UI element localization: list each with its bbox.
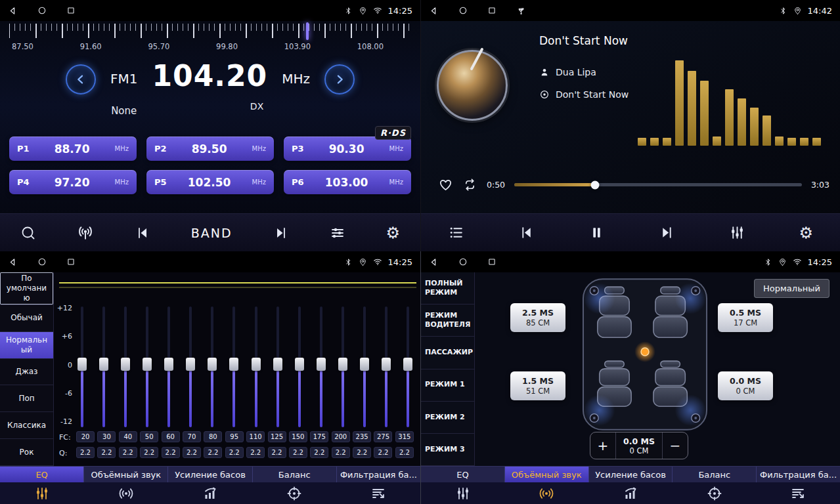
broadcast-button[interactable] [77, 224, 94, 242]
radio-preset-p5[interactable]: P5 102.50 MHz [146, 170, 274, 194]
eq-band-slider[interactable] [315, 306, 327, 427]
eq-band-slider[interactable] [250, 306, 262, 427]
frequency-ruler[interactable] [9, 24, 411, 39]
eq-slider-handle[interactable] [143, 358, 152, 371]
nav-back-button[interactable] [429, 6, 439, 16]
eq-slider-handle[interactable] [164, 358, 173, 371]
tab-surround-sound[interactable]: Объёмный звук [505, 467, 589, 482]
eq-sl ider-handle[interactable] [382, 358, 391, 371]
delay-front-left[interactable]: 2.5 MS 85 CM [510, 303, 565, 332]
eq-settings-button[interactable] [330, 225, 345, 241]
eq-slider-handle[interactable] [295, 358, 304, 371]
tab-surround-sound[interactable]: Объёмный звук [84, 467, 168, 482]
seek-slider[interactable] [514, 183, 802, 186]
radio-preset-p6[interactable]: P6 103.00 MHz [284, 170, 411, 194]
next-track-button[interactable] [659, 224, 675, 241]
radio-preset-p3[interactable]: P3 90.30 MHz [284, 136, 411, 161]
delay-increase-button[interactable]: + [590, 432, 615, 459]
tab-eq[interactable]: EQ [421, 467, 505, 482]
tab-balance[interactable]: Баланс [673, 467, 757, 482]
surround-sound-icon[interactable] [84, 482, 168, 504]
settings-button[interactable]: ⚙ [799, 225, 813, 241]
nav-home-button[interactable] [37, 257, 47, 266]
eq-slider-handle[interactable] [121, 358, 130, 371]
nav-recents-button[interactable] [66, 6, 76, 15]
previous-track-button[interactable] [518, 224, 535, 241]
eq-icon[interactable] [421, 482, 505, 504]
eq-band-slider[interactable] [76, 306, 88, 427]
nav-back-button[interactable] [8, 6, 18, 16]
bass-boost-icon[interactable] [168, 482, 252, 504]
eq-band-slider[interactable] [272, 306, 284, 427]
scan-button[interactable] [20, 225, 36, 241]
delay-rear-right[interactable]: 0.0 MS 0 CM [718, 371, 773, 400]
seat-map[interactable] [580, 276, 710, 432]
eq-band-slider[interactable] [185, 306, 196, 427]
eq-slider-handle[interactable] [273, 358, 282, 371]
eq-band-slider[interactable] [294, 306, 305, 427]
sound-preset-button[interactable]: Нормальный [754, 279, 829, 298]
nav-recents-button[interactable] [487, 257, 497, 266]
eq-band-slider[interactable] [206, 306, 218, 427]
eq-band-slider[interactable] [163, 306, 175, 427]
eq-band-slider[interactable] [337, 306, 349, 427]
eq-slider-handle[interactable] [338, 358, 347, 371]
band-button[interactable]: BAND [191, 226, 232, 240]
eq-band-slider[interactable] [228, 306, 240, 427]
nav-home-button[interactable] [37, 6, 47, 15]
eq-band-slider[interactable] [120, 306, 131, 427]
tune-down-button[interactable] [66, 64, 96, 94]
eq-slider-handle[interactable] [317, 358, 326, 371]
bass-boost-icon[interactable] [588, 482, 673, 504]
eq-slider-handle[interactable] [77, 358, 87, 371]
eq-slider-handle[interactable] [229, 358, 238, 371]
eq-band-slider[interactable] [402, 306, 414, 427]
eq-band-slider[interactable] [98, 306, 110, 427]
eq-preset-rock[interactable]: Рок [0, 439, 53, 466]
tuner-indicator[interactable] [306, 22, 309, 40]
eq-preset-default[interactable]: По умолчанию [0, 272, 53, 305]
mixer-button[interactable] [729, 224, 745, 241]
eq-slider-handle[interactable] [186, 358, 195, 371]
filter-icon[interactable] [756, 482, 840, 504]
tab-eq[interactable]: EQ [0, 467, 84, 482]
delay-rear-left[interactable]: 1.5 MS 51 CM [510, 371, 565, 400]
tab-bass-boost[interactable]: Усиление басов [168, 467, 252, 482]
nav-home-button[interactable] [458, 6, 468, 15]
seek-thumb[interactable] [590, 180, 599, 189]
tab-filter[interactable]: Фильтрация ба... [337, 467, 420, 482]
mode-3[interactable]: РЕЖИМ 3 [421, 434, 474, 466]
nav-recents-button[interactable] [66, 257, 76, 266]
tab-bass-boost[interactable]: Усиление басов [589, 467, 673, 482]
nav-recents-button[interactable] [487, 6, 497, 15]
playlist-button[interactable] [448, 224, 464, 241]
tune-up-button[interactable] [324, 64, 355, 94]
tab-filter[interactable]: Фильтрация ба... [757, 467, 840, 482]
eq-band-slider[interactable] [359, 306, 370, 427]
mode-driver[interactable]: РЕЖИМ ВОДИТЕЛЯ [421, 304, 474, 337]
balance-icon[interactable] [252, 482, 336, 504]
eq-preset-custom[interactable]: Обычай [0, 305, 53, 332]
settings-button[interactable]: ⚙ [386, 225, 400, 241]
mode-passenger[interactable]: ПАССАЖИР [421, 337, 474, 369]
mode-1[interactable]: РЕЖИМ 1 [421, 369, 474, 402]
previous-station-button[interactable] [135, 225, 150, 241]
delay-front-right[interactable]: 0.5 MS 17 CM [718, 303, 773, 332]
radio-preset-p1[interactable]: P1 88.70 MHz [9, 136, 137, 161]
mode-full[interactable]: ПОЛНЫЙ РЕЖИМ [421, 272, 474, 304]
radio-preset-p2[interactable]: P2 89.50 MHz [146, 136, 274, 161]
radio-preset-p4[interactable]: P4 97.20 MHz [9, 170, 137, 194]
eq-band-slider[interactable] [380, 306, 392, 427]
nav-home-button[interactable] [458, 257, 468, 266]
eq-preset-pop[interactable]: Поп [0, 385, 53, 412]
eq-slider-handle[interactable] [208, 358, 217, 371]
mode-2[interactable]: РЕЖИМ 2 [421, 402, 474, 434]
eq-preset-normal[interactable]: Нормальный [0, 332, 53, 359]
filter-icon[interactable] [336, 482, 420, 504]
nav-back-button[interactable] [8, 257, 18, 267]
eq-slider-handle[interactable] [252, 358, 261, 371]
eq-band-slider[interactable] [141, 306, 153, 427]
eq-slider-handle[interactable] [99, 358, 108, 371]
nav-back-button[interactable] [429, 257, 439, 267]
eq-slider-handle[interactable] [360, 358, 369, 371]
